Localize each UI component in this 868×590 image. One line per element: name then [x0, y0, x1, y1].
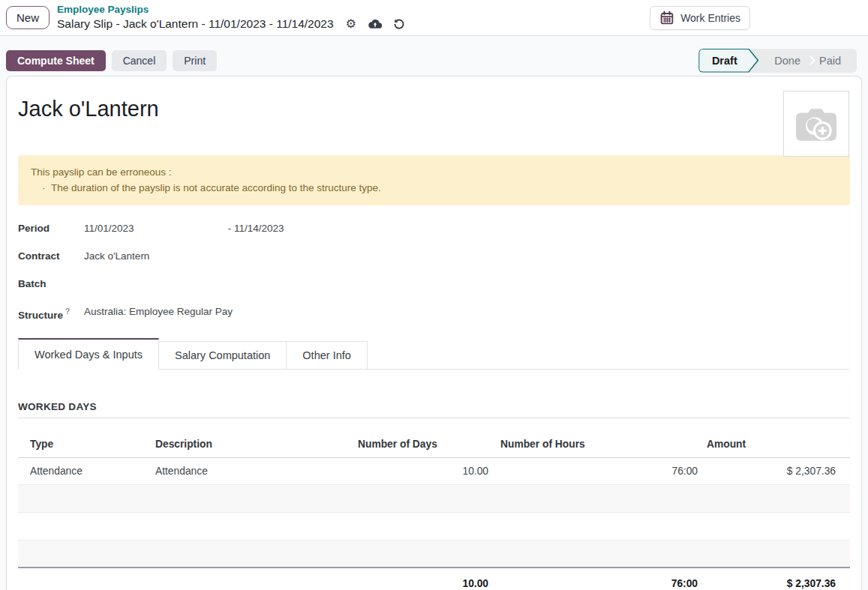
period-label: Period [18, 220, 84, 236]
work-entries-button[interactable]: Work Entries [650, 6, 750, 30]
contract-field-row: Contract Jack o'Lantern [18, 248, 850, 264]
col-header-description[interactable]: Description [149, 431, 352, 458]
empty-table-row [18, 512, 850, 540]
tab-salary-computation[interactable]: Salary Computation [158, 341, 287, 369]
cell-description[interactable]: Attendance [149, 457, 352, 484]
cell-days[interactable]: 10.00 [352, 457, 494, 484]
period-field-row: Period 11/01/2023 - 11/14/2023 [18, 220, 850, 236]
period-separator: - [228, 223, 232, 234]
work-entries-label: Work Entries [680, 12, 740, 24]
cloud-save-icon[interactable] [368, 17, 382, 31]
camera-plus-icon [794, 105, 838, 142]
breadcrumb-link-employee-payslips[interactable]: Employee Payslips [57, 4, 406, 16]
cancel-button[interactable]: Cancel [112, 50, 167, 71]
contract-label: Contract [18, 248, 84, 264]
col-header-type[interactable]: Type [18, 431, 149, 458]
cell-amount[interactable]: $ 2,307.36 [701, 457, 850, 484]
total-amount: $ 2,307.36 [701, 568, 850, 590]
stage-draft[interactable]: Draft [698, 49, 758, 73]
total-hours: 76:00 [494, 568, 701, 590]
breadcrumb-current-title: Salary Slip - Jack o'Lantern - 11/01/202… [57, 16, 334, 31]
compute-sheet-button[interactable]: Compute Sheet [6, 50, 106, 71]
worked-days-tab-content: WORKED DAYS Type Description Number of D… [18, 370, 850, 590]
new-button[interactable]: New [6, 6, 50, 29]
col-header-number-of-hours[interactable]: Number of Hours [494, 431, 701, 458]
notebook-tabs: Worked Days & Inputs Salary Computation … [18, 338, 850, 370]
warning-bullet: · [42, 180, 51, 196]
calendar-icon [659, 10, 674, 25]
structure-field-row: Structure? Australia: Employee Regular P… [18, 304, 850, 323]
period-to-input[interactable]: 11/14/2023 [234, 223, 284, 234]
worked-days-header-row: Type Description Number of Days Number o… [18, 431, 850, 458]
warning-title: This payslip can be erroneous : [31, 164, 837, 180]
worked-days-section-title: WORKED DAYS [18, 401, 850, 418]
worked-days-table: Type Description Number of Days Number o… [18, 431, 850, 590]
print-button[interactable]: Print [173, 50, 217, 71]
help-question-icon: ? [65, 307, 70, 316]
undo-discard-icon[interactable] [392, 17, 406, 31]
payslip-warning-banner: This payslip can be erroneous : ·The dur… [18, 155, 850, 205]
cell-hours[interactable]: 76:00 [494, 457, 701, 484]
empty-table-row [18, 484, 850, 512]
field-group: Period 11/01/2023 - 11/14/2023 Contract … [18, 220, 850, 323]
structure-value[interactable]: Australia: Employee Regular Pay [84, 304, 233, 323]
top-bar: New Employee Payslips Salary Slip - Jack… [0, 0, 868, 36]
gear-icon[interactable]: ⚙ [344, 17, 358, 31]
col-header-amount[interactable]: Amount [701, 431, 850, 458]
tab-other-info[interactable]: Other Info [286, 341, 367, 369]
period-from-input[interactable]: 11/01/2023 [84, 220, 225, 236]
total-days: 10.00 [352, 568, 494, 590]
payslip-form-sheet: Jack o'Lantern This payslip can be erron… [6, 76, 862, 590]
contract-value[interactable]: Jack o'Lantern [84, 248, 149, 264]
cell-type[interactable]: Attendance [18, 457, 149, 484]
worked-days-totals-row: 10.00 76:00 $ 2,307.36 [18, 568, 850, 590]
action-bar: Compute Sheet Cancel Print Draft Done Pa… [0, 36, 868, 76]
employee-photo-placeholder[interactable] [783, 91, 849, 157]
breadcrumb: Employee Payslips Salary Slip - Jack o'L… [57, 4, 406, 31]
tab-worked-days-inputs[interactable]: Worked Days & Inputs [18, 338, 159, 370]
employee-name-title[interactable]: Jack o'Lantern [18, 97, 850, 121]
col-header-number-of-days[interactable]: Number of Days [352, 431, 494, 458]
status-pipeline: Draft Done Paid [698, 49, 857, 73]
batch-field-row: Batch [18, 276, 850, 292]
table-row-attendance[interactable]: Attendance Attendance 10.00 76:00 $ 2,30… [18, 457, 850, 484]
warning-item-text: The duration of the payslip is not accur… [51, 182, 381, 193]
batch-label: Batch [18, 276, 84, 292]
empty-table-row [18, 540, 850, 568]
structure-label: Structure? [18, 304, 84, 323]
